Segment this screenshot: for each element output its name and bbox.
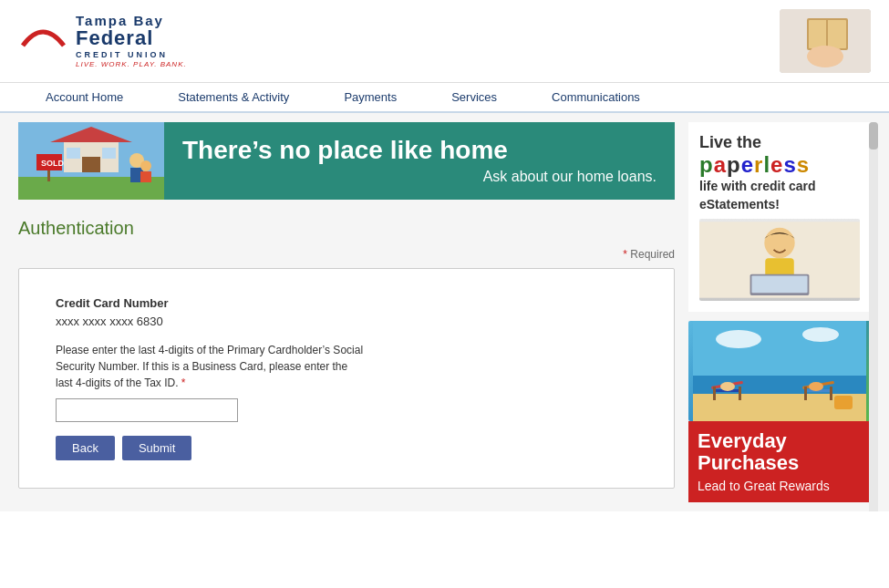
svg-rect-43 bbox=[834, 396, 853, 409]
svg-rect-15 bbox=[102, 148, 116, 159]
sidebar-rewards-ad: Everyday Purchases Lead to Great Rewards bbox=[688, 421, 871, 501]
svg-rect-13 bbox=[82, 157, 100, 172]
nav-link-payments[interactable]: Payments bbox=[316, 83, 424, 111]
svg-rect-8 bbox=[835, 48, 841, 61]
nav-item-services[interactable]: Services bbox=[424, 83, 524, 111]
logo-icon bbox=[18, 14, 68, 68]
card-number-label: Credit Card Number bbox=[56, 296, 637, 310]
logo: Tampa Bay Federal CREDIT UNION LIVE. WOR… bbox=[18, 14, 187, 69]
logo-line2: Federal bbox=[76, 28, 153, 48]
nav-link-communications[interactable]: Communications bbox=[524, 83, 667, 111]
navigation: Account Home Statements & Activity Payme… bbox=[0, 83, 889, 113]
sidebar-rewards-title: Everyday Purchases bbox=[698, 430, 862, 474]
home-loan-banner: SOLD There’s no place like home Ask abou… bbox=[18, 122, 675, 200]
back-button[interactable]: Back bbox=[56, 436, 115, 460]
svg-rect-7 bbox=[828, 46, 834, 63]
scrollbar-track[interactable] bbox=[869, 122, 878, 511]
sidebar-beach-image bbox=[688, 321, 871, 421]
svg-point-32 bbox=[802, 327, 839, 342]
svg-rect-28 bbox=[693, 321, 866, 385]
logo-text-area: Tampa Bay Federal CREDIT UNION LIVE. WOR… bbox=[76, 14, 187, 69]
sidebar-paperless-word: paperless bbox=[699, 152, 860, 178]
svg-rect-39 bbox=[804, 387, 807, 400]
svg-rect-22 bbox=[140, 171, 151, 182]
header: Tampa Bay Federal CREDIT UNION LIVE. WOR… bbox=[0, 0, 889, 83]
auth-title: Authentication bbox=[18, 218, 675, 239]
card-number-value: xxxx xxxx xxxx 6830 bbox=[56, 315, 637, 328]
required-star: * bbox=[623, 248, 627, 261]
svg-rect-36 bbox=[739, 387, 741, 400]
button-row: Back Submit bbox=[56, 436, 637, 460]
svg-rect-35 bbox=[713, 387, 716, 400]
submit-button[interactable]: Submit bbox=[122, 436, 191, 460]
banner-image: SOLD bbox=[18, 122, 164, 200]
logo-tagline: LIVE. WORK. PLAY. BANK. bbox=[76, 60, 187, 68]
ssn-desc-text: Please enter the last 4-digits of the Pr… bbox=[56, 344, 363, 389]
svg-point-42 bbox=[809, 382, 823, 391]
banner-subtitle: Ask about our home loans. bbox=[182, 169, 656, 185]
required-label-text: Required bbox=[630, 248, 675, 261]
svg-point-41 bbox=[720, 382, 735, 391]
nav-item-payments[interactable]: Payments bbox=[316, 83, 424, 111]
sidebar: Live the paperless life with credit card… bbox=[688, 122, 871, 502]
banner-text-area: There’s no place like home Ask about our… bbox=[164, 122, 675, 200]
required-note: * Required bbox=[18, 248, 675, 261]
banner-title: There’s no place like home bbox=[182, 137, 656, 165]
nav-link-services[interactable]: Services bbox=[424, 83, 524, 111]
main-content: SOLD There’s no place like home Ask abou… bbox=[18, 122, 688, 502]
svg-point-21 bbox=[140, 160, 151, 171]
ssn-input[interactable] bbox=[56, 398, 238, 422]
nav-item-account-home[interactable]: Account Home bbox=[18, 83, 150, 111]
content-area: SOLD There’s no place like home Ask abou… bbox=[0, 113, 889, 511]
sidebar-paperless-ad: Live the paperless life with credit card… bbox=[688, 122, 871, 312]
sidebar-paperless-image bbox=[699, 219, 860, 301]
svg-point-24 bbox=[764, 228, 794, 258]
header-promo-image bbox=[780, 9, 871, 73]
svg-rect-14 bbox=[67, 148, 80, 159]
nav-item-communications[interactable]: Communications bbox=[524, 83, 667, 111]
svg-rect-40 bbox=[830, 387, 832, 400]
svg-text:SOLD: SOLD bbox=[41, 159, 65, 168]
svg-rect-27 bbox=[751, 276, 807, 294]
svg-point-31 bbox=[716, 330, 761, 348]
sidebar-rewards-sub: Lead to Great Rewards bbox=[698, 479, 862, 493]
nav-link-statements[interactable]: Statements & Activity bbox=[150, 83, 316, 111]
sidebar-paperless-sub: life with credit card eStatements! bbox=[699, 178, 860, 213]
svg-rect-18 bbox=[47, 170, 50, 181]
ssn-description: Please enter the last 4-digits of the Pr… bbox=[56, 342, 366, 391]
sidebar-live-text: Live the bbox=[699, 133, 860, 152]
nav-link-account-home[interactable]: Account Home bbox=[18, 83, 150, 111]
svg-rect-6 bbox=[820, 46, 827, 64]
scrollbar-thumb[interactable] bbox=[869, 122, 878, 150]
svg-rect-5 bbox=[811, 47, 819, 64]
logo-credit: CREDIT UNION bbox=[76, 50, 168, 59]
nav-item-statements[interactable]: Statements & Activity bbox=[150, 83, 316, 111]
auth-box: Credit Card Number xxxx xxxx xxxx 6830 P… bbox=[18, 268, 675, 489]
ssn-required-star: * bbox=[181, 377, 186, 389]
